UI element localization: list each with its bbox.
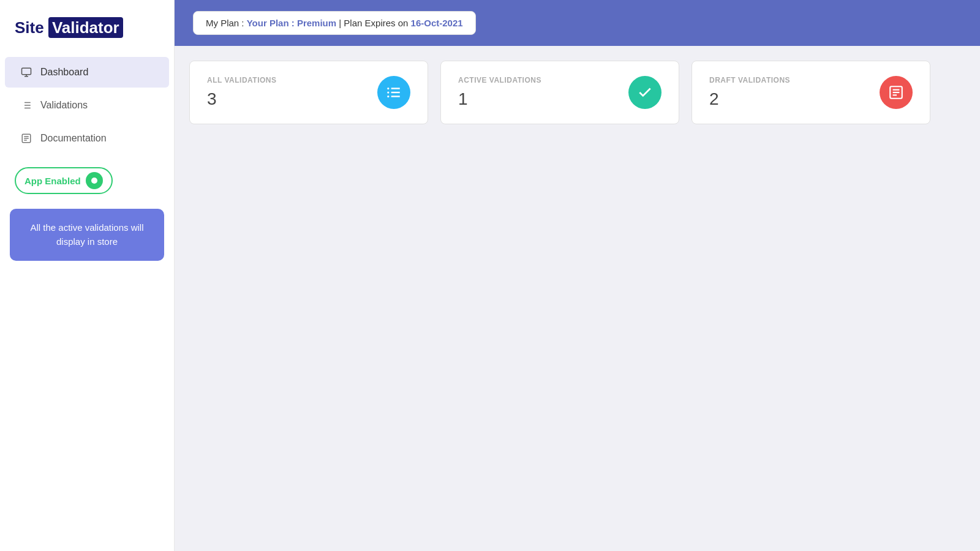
draft-validations-card: DRAFT VALIDATIONS 2 xyxy=(692,61,930,124)
app-enabled-label: App Enabled xyxy=(24,176,81,186)
all-validations-value: 3 xyxy=(207,89,277,109)
cards-row: ALL VALIDATIONS 3 ACTIVE VALIDATIONS 1 xyxy=(175,46,980,124)
monitor-icon xyxy=(20,66,33,79)
sidebar-item-validations[interactable]: Validations xyxy=(5,90,169,121)
logo: Site Validator xyxy=(15,18,159,37)
all-validations-title: ALL VALIDATIONS xyxy=(207,76,277,84)
sidebar-item-label: Validations xyxy=(40,100,88,111)
logo-bold: Validator xyxy=(48,17,123,38)
app-enabled-section: App Enabled xyxy=(0,155,174,204)
svg-point-16 xyxy=(387,88,389,89)
list-icon xyxy=(20,99,33,112)
svg-rect-0 xyxy=(22,68,31,75)
plan-separator: | Plan Expires on xyxy=(336,18,410,28)
svg-point-18 xyxy=(387,96,389,97)
svg-point-17 xyxy=(387,91,389,93)
sidebar-item-dashboard[interactable]: Dashboard xyxy=(5,57,169,88)
active-validations-value: 1 xyxy=(458,89,541,109)
toggle-circle xyxy=(86,172,103,189)
logo-area: Site Validator xyxy=(0,12,174,56)
sidebar-item-documentation[interactable]: Documentation xyxy=(5,123,169,154)
active-validations-card: ACTIVE VALIDATIONS 1 xyxy=(440,61,679,124)
draft-validations-title: DRAFT VALIDATIONS xyxy=(709,76,790,84)
draft-validations-value: 2 xyxy=(709,89,790,109)
draft-validations-icon xyxy=(880,76,913,109)
sidebar: Site Validator Dashboard Validations Doc… xyxy=(0,0,175,551)
store-info-box: All the active validations will display … xyxy=(10,209,164,261)
doc-icon xyxy=(20,132,33,145)
app-enabled-toggle[interactable]: App Enabled xyxy=(15,167,113,194)
all-validations-icon xyxy=(377,76,410,109)
toggle-dot xyxy=(91,178,97,184)
stat-left: ALL VALIDATIONS 3 xyxy=(207,76,277,109)
active-validations-icon xyxy=(628,76,662,109)
main-content: My Plan : Your Plan : Premium | Plan Exp… xyxy=(175,0,980,551)
header: My Plan : Your Plan : Premium | Plan Exp… xyxy=(175,0,980,46)
sidebar-item-label: Dashboard xyxy=(40,67,88,78)
store-info-text: All the active validations will display … xyxy=(30,222,143,247)
plan-badge: My Plan : Your Plan : Premium | Plan Exp… xyxy=(193,11,476,35)
sidebar-item-label: Documentation xyxy=(40,133,107,144)
all-validations-card: ALL VALIDATIONS 3 xyxy=(189,61,428,124)
stat-left: ACTIVE VALIDATIONS 1 xyxy=(458,76,541,109)
stat-left: DRAFT VALIDATIONS 2 xyxy=(709,76,790,109)
plan-date: 16-Oct-2021 xyxy=(411,18,463,28)
active-validations-title: ACTIVE VALIDATIONS xyxy=(458,76,541,84)
plan-name: Your Plan : Premium xyxy=(247,18,336,28)
plan-prefix: My Plan : xyxy=(206,18,247,28)
